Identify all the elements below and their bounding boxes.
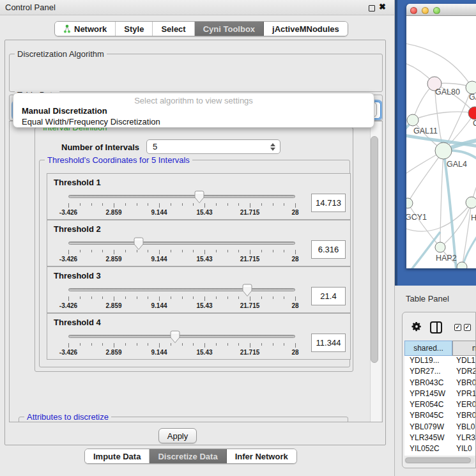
slider-tick-label: 28 (291, 209, 298, 216)
threshold-label: Threshold 1 (54, 178, 101, 187)
slider-tick-label: 21.715 (240, 349, 260, 356)
slider-tick (137, 343, 137, 346)
tab-cyni-toolbox[interactable]: Cyni Toolbox (195, 22, 264, 36)
float-window-icon[interactable] (369, 5, 375, 12)
network-window-titlebar (406, 4, 476, 16)
settings-scrollbar-thumb[interactable] (371, 136, 378, 363)
network-node[interactable] (468, 107, 476, 119)
slider-thumb[interactable] (194, 190, 204, 206)
threshold-value-field[interactable]: 6.316 (311, 240, 346, 259)
dropdown-option-manual[interactable]: Manual Discretization (22, 106, 107, 116)
control-panel: Control Panel ✖ NetworkStyleSelectCyni T… (0, 0, 395, 476)
threshold-value-field[interactable]: 11.344 (311, 334, 346, 352)
slider-tick (171, 203, 171, 206)
window-close-icon[interactable] (410, 7, 417, 14)
slider-track[interactable] (68, 195, 295, 198)
column-header-shared-name[interactable]: shared... (404, 341, 452, 356)
table-row[interactable]: YIL052CYIL0 (404, 444, 476, 455)
network-node-label: C (473, 119, 476, 128)
network-node[interactable] (466, 197, 476, 208)
table-row[interactable]: YBR043CYBR0 (404, 378, 476, 389)
network-node[interactable] (457, 262, 467, 268)
slider-tick (216, 343, 217, 346)
tab-infer-network[interactable]: Infer Network (227, 449, 296, 463)
slider-tick (193, 296, 194, 299)
slider-tick (68, 296, 69, 301)
column-header-name[interactable]: na (452, 341, 476, 356)
number-of-intervals-combobox[interactable]: 5 (146, 139, 280, 154)
slider-tick-label: 21.715 (240, 209, 260, 216)
cell-name: YBR0 (452, 411, 476, 422)
slider-tick-label: 9.144 (151, 302, 167, 309)
panel-title: Control Panel (5, 3, 56, 12)
slider-thumb[interactable] (169, 330, 180, 346)
number-of-intervals-value: 5 (153, 142, 157, 151)
network-node[interactable] (406, 198, 413, 208)
slider-tick (284, 296, 284, 299)
network-node[interactable] (407, 114, 418, 126)
slider-tick-label: 21.715 (240, 302, 260, 309)
network-node-label: GA (469, 93, 476, 102)
table-row[interactable]: YBR045CYBR0 (404, 411, 476, 422)
window-minimize-icon[interactable] (422, 7, 429, 14)
close-icon[interactable]: ✖ (379, 2, 386, 12)
slider-tick (159, 250, 160, 254)
slider-tick (159, 296, 160, 301)
tab-impute-data[interactable]: Impute Data (85, 449, 150, 463)
slider-tick (204, 296, 205, 301)
slider-track[interactable] (68, 242, 295, 245)
tab-network[interactable]: Network (55, 22, 116, 36)
slider-tick (80, 250, 81, 252)
table-row[interactable]: YDL19...YDL1 (404, 356, 476, 367)
cyni-toolbox-panel: Discretization Algorithm Table Data galF… (4, 40, 386, 445)
table-row[interactable]: YPR145WYPR1 (404, 389, 476, 400)
slider-tick (193, 343, 194, 346)
network-canvas[interactable]: GAL80GACGAL11GAL4GCY1HHAP2 (406, 16, 476, 268)
slider-tick (125, 250, 126, 252)
network-node[interactable] (435, 242, 445, 252)
slider-tick-label: 2.859 (105, 209, 121, 216)
network-node-label: GAL11 (413, 127, 438, 135)
cell-name: YPR1 (452, 389, 476, 400)
apply-button[interactable]: Apply (158, 428, 197, 443)
tab-discretize-data[interactable]: Discretize Data (150, 449, 226, 463)
checkbox-icon[interactable]: ✓ (454, 324, 461, 331)
cell-name: YER0 (452, 400, 476, 411)
table-row[interactable]: YBL079WYBL0 (404, 422, 476, 433)
slider-tick-label: -3.426 (59, 302, 77, 309)
slider-track[interactable] (68, 288, 295, 291)
slider-tick (114, 250, 114, 254)
slider-tick (261, 250, 262, 252)
slider-tick (148, 203, 148, 206)
threshold-row-2: Threshold 2-3.4262.8599.14415.4321.71528… (47, 220, 351, 266)
table-row[interactable]: YDR27...YDR2 (404, 367, 476, 378)
settings-scrollbar[interactable] (370, 122, 381, 422)
slider-tick (227, 296, 228, 299)
window-zoom-icon[interactable] (433, 7, 440, 14)
tab-select[interactable]: Select (153, 22, 194, 36)
slider-tick (68, 343, 69, 348)
dropdown-option-equal-width[interactable]: Equal Width/Frequency Discretization (22, 117, 160, 127)
split-columns-icon[interactable] (430, 321, 442, 334)
cell-shared-name: YBR045C (404, 411, 452, 422)
cell-shared-name: YDR27... (404, 367, 452, 378)
settings-scrollpane: Interval Definition Number of Intervals … (9, 121, 383, 422)
threshold-value-field[interactable]: 14.713 (311, 194, 346, 212)
threshold-value-field[interactable]: 21.4 (311, 287, 346, 305)
tab-style[interactable]: Style (116, 22, 153, 36)
tab-jactivemnodules[interactable]: jActiveMNodules (264, 22, 348, 36)
checkbox-icon[interactable]: ✓ (464, 324, 471, 331)
table-row[interactable]: YER054CYER0 (404, 400, 476, 411)
table-row[interactable]: YLR345WYLR3 (404, 433, 476, 444)
network-node-label: GCY1 (406, 213, 427, 222)
slider-thumb[interactable] (242, 284, 253, 300)
slider-thumb[interactable] (134, 237, 144, 253)
slider-tick (68, 250, 69, 254)
gear-icon[interactable] (411, 321, 422, 332)
slider-tick (273, 343, 273, 346)
slider-track[interactable] (68, 335, 295, 338)
attributes-group: Attributes to discretize Numerical Attri… (19, 417, 348, 422)
network-node[interactable] (435, 142, 452, 159)
table-horizontal-scrollbar[interactable] (404, 457, 475, 464)
network-node[interactable] (466, 81, 476, 94)
